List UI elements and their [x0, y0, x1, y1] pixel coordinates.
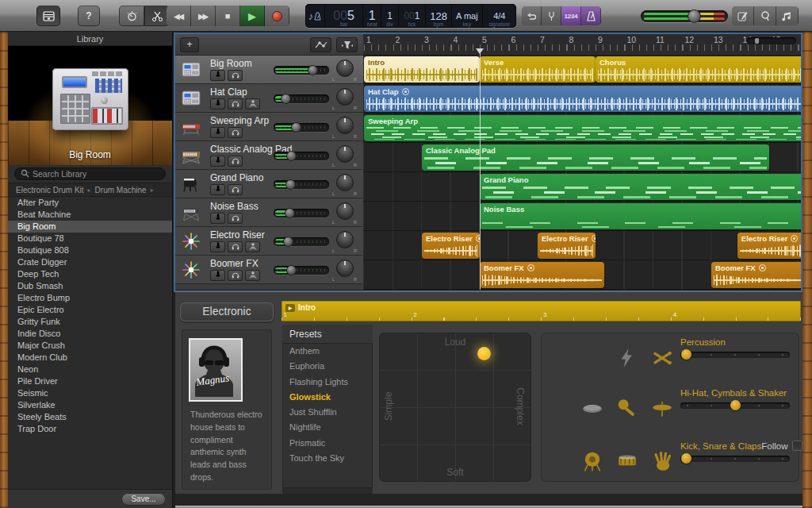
region-sweeping-arp[interactable]: Sweeping Arp	[364, 115, 801, 141]
input-button[interactable]	[245, 98, 260, 110]
tambourine-icon[interactable]	[580, 397, 604, 424]
pan-knob[interactable]	[336, 145, 354, 163]
timeline-area[interactable]: 123456789101112131415 IntroVerseChorusHa…	[363, 34, 801, 290]
volume-slider[interactable]	[274, 237, 329, 246]
smart-controls-button[interactable]	[119, 6, 144, 26]
preset-anthem[interactable]: Anthem	[282, 344, 373, 359]
region-noise-bass[interactable]: Noise Bass	[480, 203, 801, 229]
stop-button[interactable]: ■	[216, 6, 240, 26]
breadcrumb-item[interactable]: Electronic Drum Kit	[16, 186, 84, 194]
xy-pad-puck[interactable]	[477, 347, 491, 360]
preset-prismatic[interactable]: Prismatic	[282, 436, 373, 451]
metronome-button[interactable]	[581, 6, 601, 25]
volume-slider[interactable]	[274, 123, 329, 132]
mute-button[interactable]	[210, 241, 225, 252]
track-filter-button[interactable]	[336, 37, 358, 52]
volume-knob[interactable]	[285, 208, 295, 218]
volume-slider[interactable]	[274, 152, 329, 160]
input-button[interactable]	[245, 270, 260, 281]
timeline-ruler[interactable]: 123456789101112131415	[363, 34, 801, 56]
region-boomer-fx[interactable]: Boomer FX	[711, 262, 801, 288]
play-region-icon[interactable]: ▶	[285, 304, 295, 312]
zoom-slider-knob[interactable]	[755, 38, 759, 44]
track-header-noise-bass[interactable]: Noise BassLR	[175, 198, 363, 227]
save-button[interactable]: Save...	[121, 493, 166, 506]
region-boomer-fx[interactable]: Boomer FX	[480, 262, 604, 288]
mute-button[interactable]	[210, 270, 225, 281]
lcd-mode-segment[interactable]: ♪	[305, 4, 325, 28]
preset-flashing-lights[interactable]: Flashing Lights	[282, 375, 373, 390]
master-volume-knob[interactable]	[688, 10, 701, 23]
library-item-neon[interactable]: Neon	[8, 364, 172, 375]
volume-slider[interactable]	[274, 266, 329, 275]
track-header-big-room[interactable]: Big RoomLR	[175, 56, 363, 84]
solo-button[interactable]	[228, 156, 243, 167]
preset-glowstick[interactable]: Glowstick	[282, 390, 373, 405]
pan-knob[interactable]	[336, 174, 354, 191]
solo-button[interactable]	[228, 241, 243, 252]
library-item-steely-beats[interactable]: Steely Beats	[8, 411, 172, 423]
count-in-button[interactable]: 1234	[561, 6, 581, 25]
solo-button[interactable]	[228, 70, 243, 81]
solo-button[interactable]	[228, 98, 243, 110]
follow-checkbox[interactable]	[792, 441, 802, 451]
pan-knob[interactable]	[336, 88, 354, 106]
library-item-crate-digger[interactable]: Crate Digger	[8, 256, 172, 268]
loop-browser-button[interactable]	[754, 6, 776, 25]
region-chorus[interactable]: Chorus	[596, 56, 801, 83]
volume-knob[interactable]	[281, 94, 291, 104]
rewind-button[interactable]: ◀◀	[167, 6, 191, 26]
region-grand-piano[interactable]: Grand Piano	[480, 174, 801, 200]
region-mini-timeline[interactable]: ▶ Intro 1234	[282, 301, 801, 321]
library-item-after-party[interactable]: After Party	[8, 197, 172, 209]
volume-slider[interactable]	[274, 180, 329, 189]
solo-button[interactable]	[228, 127, 243, 138]
pan-knob[interactable]	[336, 202, 354, 220]
track-header-classic-analog-pad[interactable]: Classic Analog PadLR	[175, 141, 363, 170]
preset-euphoria[interactable]: Euphoria	[282, 359, 373, 374]
track-header-grand-piano[interactable]: Grand PianoLR	[175, 170, 363, 198]
volume-knob[interactable]	[285, 179, 296, 190]
track-header-hat-clap[interactable]: Hat ClapLR	[175, 84, 363, 113]
search-input[interactable]: Search Library	[14, 167, 166, 180]
quick-help-button[interactable]: ?	[78, 6, 100, 26]
pan-knob[interactable]	[336, 60, 354, 77]
zoom-slider[interactable]	[747, 37, 796, 44]
volume-knob[interactable]	[283, 237, 293, 247]
tuner-button[interactable]	[542, 6, 561, 25]
preset-just-shufflin[interactable]: Just Shufflin	[282, 405, 373, 420]
lcd-display[interactable]: ♪ 005 bar 1beat 1div 001 tick 128bpm A m…	[305, 4, 516, 28]
mute-button[interactable]	[210, 184, 225, 195]
mute-button[interactable]	[210, 127, 225, 138]
library-toggle-button[interactable]	[36, 6, 60, 26]
cymbal-icon[interactable]	[650, 397, 674, 424]
lightning-icon[interactable]	[615, 346, 639, 373]
master-volume-slider[interactable]	[641, 10, 728, 22]
clap-hand-icon[interactable]	[650, 449, 674, 476]
forward-button[interactable]: ▶▶	[191, 6, 216, 26]
gong-drum-icon[interactable]	[580, 449, 604, 476]
library-item-beat-machine[interactable]: Beat Machine	[8, 209, 172, 221]
group-slider-knob[interactable]	[730, 400, 741, 410]
library-item-electro-bump[interactable]: Electro Bump	[8, 292, 172, 304]
library-item-boutique-808[interactable]: Boutique 808	[8, 244, 172, 256]
volume-slider[interactable]	[274, 66, 329, 75]
solo-button[interactable]	[228, 270, 243, 281]
xy-pad[interactable]: Loud Soft Simple Complex	[379, 333, 531, 482]
solo-button[interactable]	[228, 213, 243, 224]
library-item-deep-tech[interactable]: Deep Tech	[8, 268, 172, 280]
drumsticks-icon[interactable]	[650, 346, 674, 373]
library-item-trap-door[interactable]: Trap Door	[8, 423, 172, 435]
group-slider[interactable]	[680, 352, 790, 358]
mute-button[interactable]	[210, 98, 225, 110]
pan-knob[interactable]	[336, 117, 354, 134]
solo-button[interactable]	[228, 184, 243, 195]
group-slider-knob[interactable]	[681, 453, 691, 464]
maraca-icon[interactable]	[615, 397, 639, 424]
track-header-sweeping-arp[interactable]: Sweeping ArpLR	[175, 113, 363, 141]
lcd-tempo[interactable]: 128bpm	[426, 4, 452, 28]
library-item-big-room[interactable]: Big Room	[8, 221, 172, 233]
volume-knob[interactable]	[308, 65, 318, 75]
preset-nightlife[interactable]: Nightlife	[282, 420, 373, 435]
library-item-boutique-78[interactable]: Boutique 78	[8, 233, 172, 244]
